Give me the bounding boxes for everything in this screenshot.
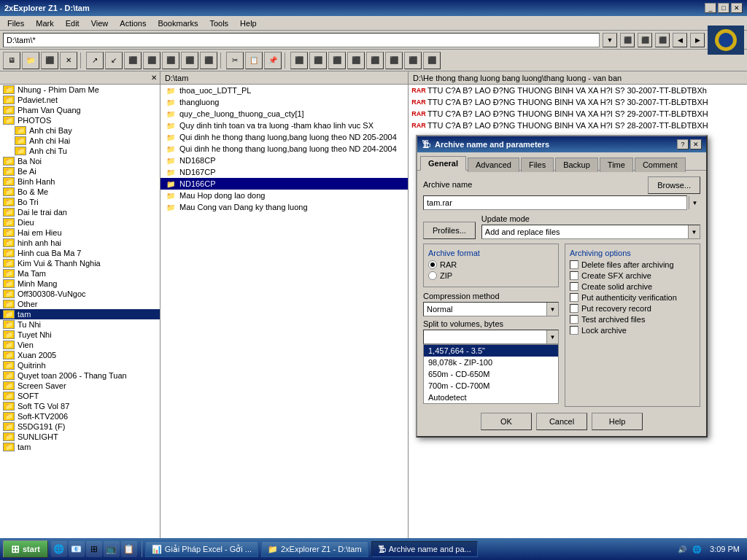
compression-value: Normal <box>424 304 546 314</box>
tab-files[interactable]: Files <box>521 158 554 172</box>
checkbox-test-label: Test archived files <box>581 315 645 324</box>
archive-dialog: 🗜 Archive name and parameters ? ✕ Genera… <box>416 135 708 438</box>
dialog-icon: 🗜 <box>422 139 430 149</box>
main-window: 2xExplorer Z1 - D:\tam _ □ ✕ Files Mark … <box>0 0 747 560</box>
dialog-overlay: 🗜 Archive name and parameters ? ✕ Genera… <box>0 0 747 560</box>
checkbox-sfx-btn[interactable] <box>570 271 578 280</box>
dialog-title-buttons: ? ✕ <box>677 139 702 149</box>
checkbox-recovery-label: Put recovery record <box>581 304 651 313</box>
archive-name-label: Archive name <box>423 180 472 189</box>
split-dropdown[interactable]: ▼ <box>546 330 558 343</box>
dropdown-option-1[interactable]: 1,457,664 - 3.5" <box>424 345 558 357</box>
help-button[interactable]: Help <box>592 413 643 430</box>
radio-zip[interactable]: ZIP <box>428 271 554 280</box>
archiving-options-section: Archiving options Delete files after arc… <box>565 244 700 407</box>
checkbox-solid-btn[interactable] <box>570 282 578 291</box>
dialog-title-bar: 🗜 Archive name and parameters ? ✕ <box>417 136 706 152</box>
update-mode-label: Update mode <box>481 214 700 223</box>
checkbox-lock-label: Lock archive <box>581 326 627 335</box>
compression-dropdown[interactable]: ▼ <box>546 303 558 316</box>
checkbox-lock-btn[interactable] <box>570 326 578 335</box>
checkbox-delete-btn[interactable] <box>570 260 578 269</box>
radio-zip-label: ZIP <box>440 271 452 280</box>
checkbox-delete[interactable]: Delete files after archiving <box>570 260 695 269</box>
left-options-col: Archive format RAR ZIP <box>423 244 559 407</box>
profiles-button[interactable]: Profiles... <box>423 222 476 239</box>
tab-time[interactable]: Time <box>600 158 633 172</box>
archive-name-dropdown[interactable]: ▼ <box>689 196 700 209</box>
options-columns: Archive format RAR ZIP <box>423 244 700 407</box>
tab-comment[interactable]: Comment <box>635 158 686 172</box>
radio-zip-btn[interactable] <box>428 271 437 280</box>
radio-rar[interactable]: RAR <box>428 260 554 269</box>
compression-label: Compression method <box>423 292 559 300</box>
checkbox-test[interactable]: Test archived files <box>570 315 695 324</box>
checkbox-authenticity[interactable]: Put authenticity verification <box>570 293 695 302</box>
checkbox-test-btn[interactable] <box>570 315 578 324</box>
checkbox-authenticity-label: Put authenticity verification <box>581 293 677 302</box>
tab-bar: General Advanced Files Backup Time Comme… <box>417 152 706 170</box>
tab-advanced[interactable]: Advanced <box>468 158 519 172</box>
browse-button[interactable]: Browse... <box>648 176 700 194</box>
tab-general[interactable]: General <box>420 156 466 171</box>
radio-rar-dot <box>430 262 435 267</box>
checkbox-solid[interactable]: Create solid archive <box>570 282 695 291</box>
checkbox-sfx[interactable]: Create SFX archive <box>570 271 695 280</box>
checkbox-authenticity-btn[interactable] <box>570 293 578 302</box>
archive-name-input[interactable] <box>423 195 687 210</box>
archive-format-section: Archive format RAR ZIP <box>423 244 559 287</box>
split-value <box>424 336 546 338</box>
update-mode-value: Add and replace files <box>482 227 688 237</box>
dialog-title-text: Archive name and parameters <box>435 140 549 149</box>
split-dropdown-list: 1,457,664 - 3.5" 98,078k - ZIP-100 650m … <box>423 344 559 404</box>
dropdown-option-5[interactable]: Autodetect <box>424 392 558 403</box>
dialog-content: Archive name Browse... ▼ Profiles... Upd… <box>417 170 706 436</box>
checkbox-delete-label: Delete files after archiving <box>581 260 674 269</box>
checkbox-recovery[interactable]: Put recovery record <box>570 304 695 313</box>
archiving-options-title: Archiving options <box>570 249 695 257</box>
radio-rar-label: RAR <box>440 260 457 269</box>
radio-rar-btn[interactable] <box>428 260 437 269</box>
checkbox-solid-label: Create solid archive <box>581 282 652 291</box>
dropdown-option-2[interactable]: 98,078k - ZIP-100 <box>424 357 558 368</box>
cancel-button[interactable]: Cancel <box>536 413 587 430</box>
tab-backup[interactable]: Backup <box>555 158 598 172</box>
checkbox-recovery-btn[interactable] <box>570 304 578 313</box>
dialog-help-icon[interactable]: ? <box>677 139 689 149</box>
update-mode-dropdown[interactable]: ▼ <box>688 225 700 238</box>
ok-button[interactable]: OK <box>481 413 532 430</box>
checkbox-lock[interactable]: Lock archive <box>570 326 695 335</box>
dialog-buttons: OK Cancel Help <box>423 413 700 430</box>
checkbox-sfx-label: Create SFX archive <box>581 271 651 280</box>
dialog-close-button[interactable]: ✕ <box>690 139 702 149</box>
dropdown-option-4[interactable]: 700m - CD-700M <box>424 380 558 392</box>
right-options-col: Archiving options Delete files after arc… <box>565 244 700 407</box>
dropdown-option-3[interactable]: 650m - CD-650M <box>424 368 558 380</box>
archive-format-title: Archive format <box>428 249 554 257</box>
split-label: Split to volumes, bytes <box>423 319 559 328</box>
